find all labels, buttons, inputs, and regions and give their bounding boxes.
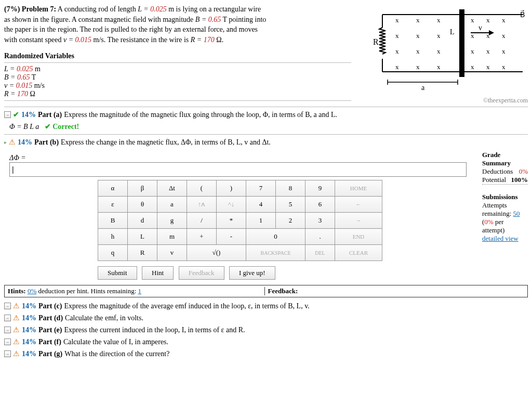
part-a-header: − ✔ 14% Part (a) Express the magnitude o… bbox=[4, 110, 528, 119]
key-minus[interactable]: - bbox=[217, 229, 246, 245]
svg-text:x: x bbox=[502, 32, 506, 40]
collapse-icon[interactable]: − bbox=[4, 111, 11, 118]
part-b-prompt: ΔΦ = bbox=[9, 154, 26, 162]
randomized-variables-title: Randomized Variables bbox=[4, 52, 351, 60]
hints-bar: Hints: 0% deduction per hint. Hints rema… bbox=[4, 285, 528, 297]
key-del[interactable]: DEL bbox=[305, 245, 335, 261]
warning-icon: ⚠ bbox=[13, 349, 20, 358]
figure-label-a: a bbox=[421, 84, 425, 92]
svg-text:x: x bbox=[471, 32, 474, 40]
key-rparen[interactable]: ) bbox=[217, 180, 246, 197]
key-1[interactable]: 1 bbox=[246, 213, 276, 229]
giveup-button[interactable]: I give up! bbox=[229, 266, 275, 280]
key-3[interactable]: 3 bbox=[305, 213, 335, 229]
part-b-percent: 14% bbox=[18, 138, 32, 147]
key-h[interactable]: h bbox=[98, 229, 128, 245]
key-a[interactable]: a bbox=[157, 197, 187, 213]
key-R[interactable]: R bbox=[128, 245, 157, 261]
warning-icon: ⚠ bbox=[13, 337, 20, 346]
key-divide[interactable]: / bbox=[187, 213, 217, 229]
part-b-label: Part (b) bbox=[34, 138, 59, 147]
key-B[interactable]: B bbox=[98, 213, 128, 229]
key-6[interactable]: 6 bbox=[305, 197, 335, 213]
key-theta[interactable]: θ bbox=[128, 197, 157, 213]
part-c-header[interactable]: − ⚠ 14% Part (c) Express the magnitude o… bbox=[4, 302, 528, 310]
part-g-header[interactable]: − ⚠ 14% Part (g) What is the direction o… bbox=[4, 349, 528, 358]
hint-button[interactable]: Hint bbox=[142, 266, 174, 280]
hint-deduction[interactable]: 0% bbox=[28, 287, 36, 295]
part-a-percent: 14% bbox=[21, 111, 36, 119]
svg-text:x: x bbox=[471, 47, 474, 55]
feedback-button[interactable]: Feedback bbox=[179, 266, 224, 280]
grade-summary: Grade Summary Deductions0% Potential100%… bbox=[482, 151, 528, 243]
expand-icon[interactable]: − bbox=[4, 338, 11, 345]
key-dot[interactable]: . bbox=[305, 229, 335, 245]
key-sqrt[interactable]: √() bbox=[187, 245, 246, 261]
key-plus[interactable]: + bbox=[187, 229, 217, 245]
key-home[interactable]: HOME bbox=[335, 180, 382, 197]
svg-text:x: x bbox=[486, 32, 490, 40]
problem-statement: (7%) Problem 7: A conducting rod of leng… bbox=[4, 4, 351, 45]
key-m[interactable]: m bbox=[157, 229, 187, 245]
problem-number: Problem 7: bbox=[22, 5, 56, 13]
figure-copyright: ©theexpertta.com bbox=[362, 97, 528, 105]
key-backspace[interactable]: BACKSPACE bbox=[246, 245, 305, 261]
key-d[interactable]: d bbox=[128, 213, 157, 229]
key-left[interactable]: ← bbox=[335, 197, 382, 213]
key-delta-t[interactable]: Δt bbox=[157, 180, 187, 197]
key-end[interactable]: END bbox=[335, 229, 382, 245]
problem-weight: (7%) bbox=[4, 5, 20, 13]
warning-icon: ⚠ bbox=[9, 138, 16, 147]
svg-text:x: x bbox=[395, 16, 399, 24]
answer-input[interactable] bbox=[9, 162, 467, 177]
attempts-remaining[interactable]: 50 bbox=[513, 210, 520, 217]
expand-icon[interactable]: − bbox=[4, 350, 11, 357]
svg-text:x: x bbox=[437, 16, 441, 24]
expand-icon[interactable]: − bbox=[4, 303, 11, 309]
key-4[interactable]: 4 bbox=[246, 197, 276, 213]
part-d-header[interactable]: − ⚠ 14% Part (d) Calculate the emf, in v… bbox=[4, 314, 528, 322]
expand-icon[interactable]: − bbox=[4, 315, 11, 321]
svg-text:x: x bbox=[486, 47, 490, 55]
submit-button[interactable]: Submit bbox=[98, 266, 137, 280]
figure-label-R: R bbox=[373, 37, 379, 46]
svg-text:x: x bbox=[486, 63, 490, 71]
key-alpha[interactable]: α bbox=[98, 180, 128, 197]
key-multiply[interactable]: * bbox=[217, 213, 246, 229]
part-f-header[interactable]: − ⚠ 14% Part (f) Calculate the value of … bbox=[4, 337, 528, 346]
svg-text:x: x bbox=[416, 32, 420, 40]
key-up[interactable]: ↑ᴧ bbox=[187, 197, 217, 213]
key-2[interactable]: 2 bbox=[276, 213, 305, 229]
key-L[interactable]: L bbox=[128, 229, 157, 245]
svg-text:x: x bbox=[437, 32, 441, 40]
key-epsilon[interactable]: ε bbox=[98, 197, 128, 213]
var-R: R = 170 Ω bbox=[4, 90, 351, 98]
warning-icon: ⚠ bbox=[13, 325, 20, 334]
figure-label-L: L bbox=[450, 28, 455, 36]
svg-text:x: x bbox=[395, 32, 399, 40]
key-right[interactable]: → bbox=[335, 213, 382, 229]
key-8[interactable]: 8 bbox=[276, 180, 305, 197]
circuit-figure: R L v B⃗ xxxxxx xxxxxx xxxxxx xxxxxx a ©… bbox=[362, 4, 528, 105]
key-lparen[interactable]: ( bbox=[187, 180, 217, 197]
expand-icon[interactable]: ▸ bbox=[4, 139, 7, 145]
svg-text:x: x bbox=[437, 47, 441, 55]
detailed-view-link[interactable]: detailed view bbox=[482, 234, 518, 242]
part-a-label: Part (a) bbox=[38, 111, 62, 119]
key-7[interactable]: 7 bbox=[246, 180, 276, 197]
key-5[interactable]: 5 bbox=[276, 197, 305, 213]
part-e-header[interactable]: − ⚠ 14% Part (e) Express the current ind… bbox=[4, 325, 528, 334]
var-B: B = 0.65 T bbox=[4, 73, 351, 82]
key-v[interactable]: v bbox=[157, 245, 187, 261]
var-v: v = 0.015 m/s bbox=[4, 82, 351, 90]
key-beta[interactable]: β bbox=[128, 180, 157, 197]
key-g[interactable]: g bbox=[157, 213, 187, 229]
key-0[interactable]: 0 bbox=[246, 229, 305, 245]
hints-remaining[interactable]: 1 bbox=[138, 287, 142, 295]
svg-text:x: x bbox=[395, 47, 399, 55]
key-q[interactable]: q bbox=[98, 245, 128, 261]
key-clear[interactable]: CLEAR bbox=[335, 245, 382, 261]
key-9[interactable]: 9 bbox=[305, 180, 335, 197]
expand-icon[interactable]: − bbox=[4, 327, 11, 333]
key-down[interactable]: ^↓ bbox=[217, 197, 246, 213]
